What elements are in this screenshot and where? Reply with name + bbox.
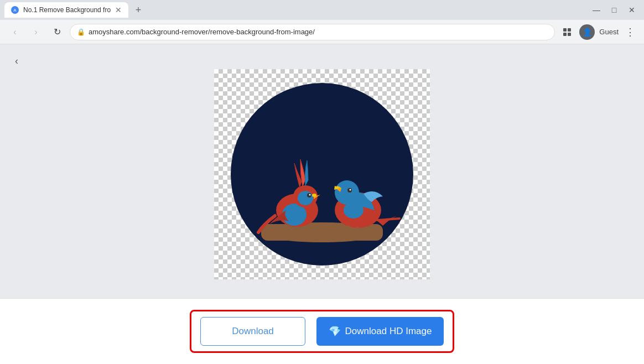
refresh-button[interactable]: ↻ xyxy=(49,24,65,40)
page-back-button[interactable]: ‹ xyxy=(9,53,24,69)
svg-rect-2 xyxy=(563,33,567,36)
svg-rect-0 xyxy=(563,28,567,32)
svg-point-10 xyxy=(298,191,313,205)
svg-point-14 xyxy=(309,194,311,195)
tab-favicon: A xyxy=(11,6,19,14)
maximize-button[interactable]: □ xyxy=(606,2,622,18)
button-area: Download 💎 Download HD Image xyxy=(0,298,644,364)
browser-menu-button[interactable]: ⋮ xyxy=(623,24,637,40)
address-bar: ‹ › ↻ 🔒 amoyshare.com/background-remover… xyxy=(0,20,644,44)
url-text: amoyshare.com/background-remover/remove-… xyxy=(89,28,548,36)
window-controls: — □ ✕ xyxy=(589,2,640,18)
svg-rect-3 xyxy=(568,33,571,36)
forward-button[interactable]: › xyxy=(28,24,44,40)
url-bar[interactable]: 🔒 amoyshare.com/background-remover/remov… xyxy=(70,24,555,40)
profile-name: Guest xyxy=(599,28,619,36)
hd-label: Download HD Image xyxy=(345,326,432,337)
bird-svg xyxy=(225,77,419,271)
lock-icon: 🔒 xyxy=(77,28,85,36)
svg-point-19 xyxy=(335,180,359,205)
profile-icon[interactable]: 👤 xyxy=(579,24,595,40)
image-area xyxy=(0,44,644,298)
svg-point-12 xyxy=(312,194,316,197)
page-content: ‹ xyxy=(0,44,644,364)
result-image xyxy=(214,69,430,279)
diamond-icon: 💎 xyxy=(329,325,341,337)
back-button[interactable]: ‹ xyxy=(7,24,23,40)
download-hd-button[interactable]: 💎 Download HD Image xyxy=(316,317,444,346)
close-button[interactable]: ✕ xyxy=(624,2,640,18)
browser-frame: A No.1 Remove Background fro ✕ + — □ ✕ ‹… xyxy=(0,0,644,364)
tab-close-button[interactable]: ✕ xyxy=(115,6,122,14)
tab-label: No.1 Remove Background fro xyxy=(23,6,111,14)
new-tab-button[interactable]: + xyxy=(131,2,146,18)
svg-point-22 xyxy=(350,189,351,190)
title-bar: A No.1 Remove Background fro ✕ + — □ ✕ xyxy=(0,0,644,20)
download-button[interactable]: Download xyxy=(200,317,305,346)
svg-point-23 xyxy=(344,202,363,219)
download-label: Download xyxy=(232,326,274,337)
image-container xyxy=(214,69,430,279)
svg-rect-1 xyxy=(568,28,571,32)
profile-area: 👤 Guest xyxy=(579,24,619,40)
minimize-button[interactable]: — xyxy=(589,2,604,18)
extensions-icon[interactable] xyxy=(559,24,575,40)
button-highlight-box: Download 💎 Download HD Image xyxy=(190,310,454,353)
active-tab[interactable]: A No.1 Remove Background fro ✕ xyxy=(4,2,128,18)
